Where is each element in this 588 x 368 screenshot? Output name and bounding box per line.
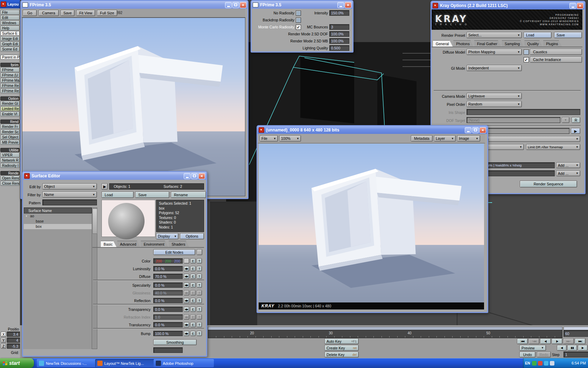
luminosity-field[interactable]: 0.0 % [153, 266, 183, 271]
surface-rename-button[interactable]: Rename [171, 191, 206, 198]
surface-list-item-box[interactable]: box [24, 224, 92, 229]
maximize-button[interactable] [472, 127, 479, 133]
minimize-button[interactable] [465, 127, 471, 133]
tab-advanced[interactable]: Advanced [117, 241, 140, 247]
fprime-main-titlebar[interactable]: FPrime 3.5 ✕ [21, 1, 247, 9]
viewer-zoom-dropdown[interactable]: 100%▼ [279, 135, 301, 142]
viewer-titlebar[interactable]: (unnamed)_0000 8 640 x 480 128 bits ✕ [258, 126, 487, 134]
kray-titlebar[interactable]: Kray Options (2.2 Build 1211 LSC) ✕ [432, 2, 584, 9]
r-button[interactable]: R [572, 117, 580, 123]
green-component[interactable]: 200 [165, 259, 171, 263]
sidebar-item-surface-e[interactable]: Surface E [0, 31, 20, 36]
translucency-field[interactable]: 0.0 % [153, 322, 183, 327]
color-field[interactable]: 200200200 [153, 258, 183, 264]
envelope-button[interactable]: E [190, 298, 196, 303]
taskbar-task-1[interactable]: NewTek Discussions -... [37, 359, 97, 367]
taskbar-task-2[interactable]: Layout™ NewTek Lig... [95, 359, 155, 367]
envelope-button[interactable]: E [190, 258, 196, 264]
sidebar-item-close-rend[interactable]: Close Rend [0, 181, 20, 186]
pause-button[interactable]: ▮▮ [567, 345, 577, 351]
surface-preview[interactable] [102, 200, 155, 237]
sidebar-item-viper[interactable]: VIPER [0, 152, 20, 157]
sidebar-item-scene-ed[interactable]: Scene Ed [0, 47, 20, 52]
taskbar-task-3[interactable]: Adobe Photoshop [154, 359, 214, 367]
language-indicator[interactable]: EN [525, 361, 530, 365]
presets-arrow-button[interactable]: ▶ [102, 183, 108, 190]
close-icon[interactable]: ✕ [345, 2, 351, 8]
step-forward-button[interactable]: ||▶ [552, 338, 562, 344]
browse-arrow-icon[interactable]: ▶ [571, 128, 580, 134]
y-axis-button[interactable]: Y [1, 338, 6, 343]
sidebar-item-image-edi[interactable]: Image Edi [0, 36, 20, 41]
tab-shaders[interactable]: Shaders [169, 241, 189, 247]
surface-save-button[interactable]: Save [135, 191, 169, 198]
specularity-field[interactable]: 0.0 % [153, 282, 183, 288]
envelope-button[interactable]: E [190, 322, 196, 327]
add-pattern-dropdown-2[interactable]: Add ...▼ [556, 170, 580, 176]
envelope-button[interactable]: E [190, 282, 196, 288]
tab-photons[interactable]: Photons [453, 40, 474, 47]
filter-by-dropdown[interactable]: Name▼ [42, 191, 97, 198]
surface-list-item-ao[interactable]: ▼ao [24, 213, 92, 219]
fprime-value-field[interactable]: 3 [329, 24, 349, 30]
sidebar-item-render-sc[interactable]: Render Sc [0, 129, 20, 134]
tab-environment[interactable]: Environment [141, 241, 168, 247]
sidebar-item-render-gl[interactable]: Render Gl [0, 101, 20, 106]
cache-irradiance-row[interactable]: Cache Irradiance [530, 56, 582, 63]
texture-button[interactable]: T [197, 258, 202, 264]
glossiness-field[interactable]: 40.0 % [153, 290, 183, 295]
z-axis-button[interactable]: Z [1, 343, 6, 349]
blue-component[interactable]: 200 [174, 259, 180, 263]
refraction-index-field[interactable]: 1.0 [153, 314, 183, 320]
clock[interactable]: 6:54 PM [572, 361, 586, 365]
create-key-button[interactable]: Create Keyret [324, 345, 359, 351]
sidebar-item-fprime-ma[interactable]: FPrime Ma [0, 78, 20, 83]
sidebar-item-open-rend[interactable]: Open Rend [0, 176, 20, 180]
step-back-button[interactable]: ◀|| [540, 338, 551, 344]
undo-button[interactable]: Undo [519, 352, 536, 357]
sidebar-item-limited-re[interactable]: Limited Re [0, 106, 20, 111]
limit-dr-dropdown[interactable]: Limit DR After Tonemap▼ [526, 144, 580, 150]
volume-icon[interactable] [550, 361, 554, 366]
next-key-button[interactable]: ▶▶+ [563, 338, 574, 344]
cache-irradiance-checkbox[interactable]: ✓ [524, 57, 529, 62]
fprime-save-button[interactable]: Save [61, 10, 75, 16]
options-button[interactable]: Options [180, 233, 204, 239]
viewer-metadata-button[interactable]: Metadata [411, 135, 433, 142]
sidebar-item-edit[interactable]: Edit [0, 15, 20, 20]
texture-button[interactable]: T [197, 266, 202, 271]
smoothing-button[interactable]: Smoothing [153, 339, 197, 345]
close-icon[interactable]: ✕ [577, 3, 583, 9]
frame-ruler[interactable]: 2030405060 [208, 330, 562, 338]
preview-dropdown[interactable]: Preview▼ [519, 345, 546, 351]
fprime-go-button[interactable]: Go [23, 10, 37, 16]
auto-key-button[interactable]: Auto Key+F1 [324, 338, 359, 344]
no-radiosity-checkbox[interactable] [296, 11, 301, 16]
go-end-button[interactable]: ▶▶| [575, 338, 586, 344]
envelope-button[interactable]: E [190, 307, 196, 312]
caustics-checkbox[interactable] [524, 49, 529, 55]
sidebar-item-radiosity-i[interactable]: Radiosity I [0, 163, 20, 168]
edit-nodes-button[interactable]: Edit Nodes [153, 249, 195, 255]
sidebar-item-mb-previe[interactable]: MB Previe [0, 140, 20, 145]
antivirus-shield-icon[interactable] [532, 361, 537, 366]
tab-quality[interactable]: Quality [524, 40, 542, 47]
pattern-field[interactable] [42, 199, 97, 205]
fprime-fit-view-button[interactable]: Fit View [76, 10, 95, 16]
add-pattern-dropdown[interactable]: Add ...▼ [556, 162, 580, 168]
minimize-button[interactable] [225, 2, 232, 8]
fprime-value-field[interactable]: 100.0% [329, 38, 349, 44]
caustics-row[interactable]: Caustics [530, 49, 582, 55]
go-start-button[interactable]: |◀◀ [517, 338, 528, 344]
position-x-field[interactable]: 3.4 [7, 332, 20, 337]
color-swatch[interactable] [184, 258, 189, 264]
minimize-button[interactable] [569, 3, 576, 9]
frame-scrollbar-end[interactable] [564, 327, 588, 330]
redo-button[interactable]: Redo [537, 352, 551, 357]
expander-triangle-icon[interactable]: ▼ [25, 213, 28, 219]
transparency-field[interactable]: 0.0 % [153, 307, 183, 312]
surface-editor-titlebar[interactable]: Surface Editor ✕ [23, 172, 206, 180]
texture-button[interactable]: T [197, 331, 202, 336]
tab-general[interactable]: General [433, 40, 453, 47]
fprime-options-titlebar[interactable]: FPrime 3.5 ✕ [252, 1, 352, 9]
